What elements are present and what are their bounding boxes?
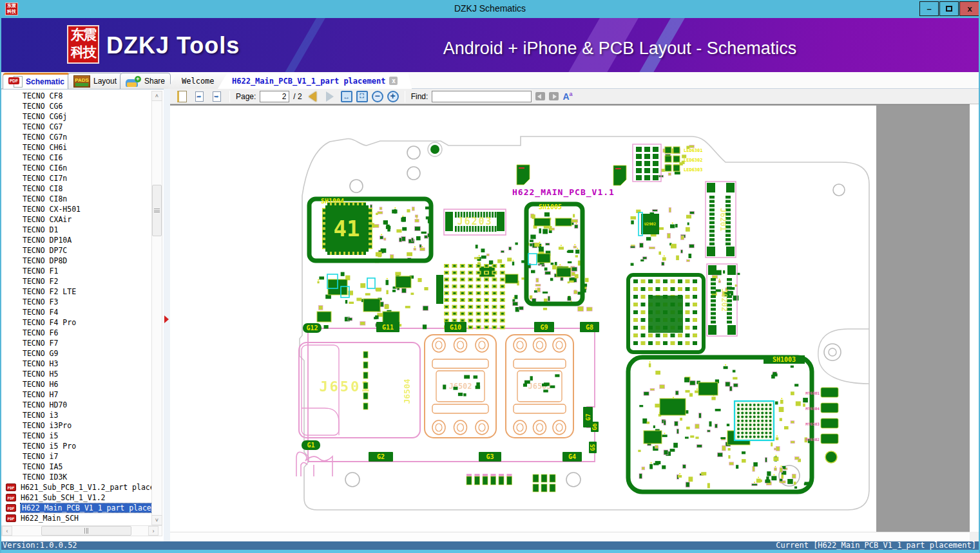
page-number-input[interactable]: [260, 91, 289, 102]
sidebar-vscrollbar[interactable]: [151, 91, 162, 525]
sidebar-item-model[interactable]: TECNO CF8: [1, 91, 151, 101]
sidebar-item-model[interactable]: TECNO i3: [1, 410, 151, 420]
sidebar-item-model[interactable]: TECNO D1: [1, 225, 151, 235]
sidebar-item-model[interactable]: TECNO CG7: [1, 122, 151, 132]
brand-logo: 东震 科技: [67, 25, 99, 64]
sidebar-item-model[interactable]: TECNO CI8n: [1, 194, 151, 204]
pcb-drawing: SH100441J6203SH1005LED6301LED6302LED6303…: [296, 136, 869, 510]
sidebar-item-model[interactable]: TECNO F7: [1, 338, 151, 348]
pdf-page[interactable]: SH100441J6203SH1005LED6301LED6302LED6303…: [170, 106, 876, 532]
sidebar-item-model[interactable]: TECNO HD70: [1, 400, 151, 410]
zoom-in-button[interactable]: +: [387, 91, 399, 102]
sidebar-item-model[interactable]: TECNO IA5: [1, 462, 151, 472]
component: [537, 254, 550, 263]
sidebar-item-model[interactable]: TECNO H6: [1, 379, 151, 389]
close-button[interactable]: x: [959, 1, 980, 16]
sidebar-item-model[interactable]: TECNO CI7n: [1, 173, 151, 183]
model-list: TECNO CF8TECNO CG6TECNO CG6jTECNO CG7TEC…: [1, 91, 151, 525]
pdf-hscrollbar[interactable]: ‹ ›: [170, 532, 970, 541]
tab-share[interactable]: + Share: [120, 73, 171, 89]
sidebar-item-model[interactable]: TECNO i5 Pro: [1, 441, 151, 451]
sidebar-scroll-up-icon[interactable]: ˄: [151, 91, 162, 101]
sidebar-item-model[interactable]: TECNO H5: [1, 369, 151, 379]
sidebar-hscroll-thumb[interactable]: [41, 526, 131, 536]
pdf-vscrollbar[interactable]: ˄ ˅: [970, 104, 979, 532]
single-page-view-button[interactable]: [175, 90, 189, 103]
sidebar-item-model[interactable]: TECNO F1: [1, 266, 151, 276]
component: [698, 382, 718, 395]
sidebar-item-model[interactable]: TECNO CH6i: [1, 142, 151, 153]
test-point: [430, 145, 439, 154]
mounting-hole: [407, 167, 420, 180]
edge-chip: [821, 403, 838, 413]
sidebar-item-pdf[interactable]: PDFH621_Sub_SCH_1_V1.2: [1, 492, 151, 503]
fit-page-button[interactable]: ⛶: [356, 91, 368, 102]
sidebar-scroll-right-icon[interactable]: ›: [148, 526, 159, 536]
led-label: LED6302: [684, 158, 703, 163]
sidebar-item-model[interactable]: TECNO CG7n: [1, 132, 151, 142]
zoom-out-button[interactable]: −: [372, 91, 383, 102]
rotate-right-button[interactable]: [210, 90, 224, 103]
next-page-button[interactable]: [323, 90, 337, 103]
sidebar-item-model[interactable]: TECNO CI8: [1, 183, 151, 194]
sidebar-item-model[interactable]: TECNO CXAir: [1, 214, 151, 225]
sidebar-item-model[interactable]: TECNO F4 Pro: [1, 317, 151, 328]
share-icon: +: [126, 76, 141, 87]
sidebar-item-model[interactable]: TECNO F2 LTE: [1, 286, 151, 297]
sidebar-item-model[interactable]: TECNO F2: [1, 276, 151, 286]
svg-text:SH1003: SH1003: [773, 356, 796, 363]
edge-chip-label: MT6503: [805, 422, 820, 426]
sidebar-item-model[interactable]: TECNO CG6: [1, 101, 151, 111]
previous-page-button[interactable]: [306, 90, 320, 103]
find-next-icon[interactable]: [549, 92, 559, 100]
doc-tab-h622[interactable]: H622_Main_PCB_V1_1_part placement x: [218, 73, 412, 89]
sidebar-item-pdf-label: H622_Main_SCH: [21, 514, 79, 523]
component: [383, 312, 399, 323]
minimize-button[interactable]: –: [919, 1, 939, 16]
match-case-icon[interactable]: Aa: [562, 91, 572, 102]
tab-schematic[interactable]: PDF Schematic: [3, 73, 70, 89]
sidebar-item-pdf[interactable]: PDFH622_Main_PCB_V1_1_part placement: [1, 503, 151, 513]
pdf-viewport[interactable]: SH100441J6203SH1005LED6301LED6302LED6303…: [170, 104, 970, 532]
sidebar-item-model[interactable]: TECNO DP10A: [1, 235, 151, 245]
title-bar[interactable]: 东震科技 DZKJ Schematics – x: [1, 0, 979, 18]
brand-logo-line1: 东震: [68, 26, 98, 44]
sidebar-item-model[interactable]: TECNO i3Pro: [1, 420, 151, 431]
pdf-file-icon: PDF: [6, 494, 16, 501]
sidebar-scroll-down-icon[interactable]: ˅: [151, 515, 162, 525]
sidebar-vscroll-thumb[interactable]: [152, 185, 162, 236]
sidebar-item-model[interactable]: TECNO DP7C: [1, 245, 151, 256]
sidebar-item-model[interactable]: TECNO CI6: [1, 153, 151, 163]
sidebar-item-pdf[interactable]: PDFH622_Main_SCH: [1, 513, 151, 523]
sidebar-item-model[interactable]: TECNO i7: [1, 451, 151, 462]
tab-share-label: Share: [144, 77, 165, 86]
rotate-left-button[interactable]: [193, 90, 206, 103]
tab-layout[interactable]: PADS Layout: [68, 73, 122, 89]
sidebar-item-model[interactable]: TECNO G9: [1, 348, 151, 359]
sidebar-item-model[interactable]: TECNO H7: [1, 389, 151, 400]
sidebar-item-model[interactable]: TECNO CG6j: [1, 111, 151, 122]
component: [363, 299, 380, 312]
sidebar-item-model[interactable]: TECNO DP8D: [1, 256, 151, 266]
sidebar-item-model[interactable]: TECNO i5: [1, 431, 151, 441]
panel-splitter[interactable]: [164, 89, 170, 541]
find-previous-icon[interactable]: [535, 92, 545, 100]
sidebar-item-model[interactable]: TECNO H3: [1, 359, 151, 369]
sidebar-item-model[interactable]: TECNO F6: [1, 328, 151, 338]
sidebar-item-model[interactable]: TECNO CX-H501: [1, 204, 151, 214]
splitter-collapse-icon[interactable]: [164, 315, 169, 323]
header-banner: 东震 科技 DZKJ Tools Android + iPhone & PCB …: [1, 18, 979, 72]
sidebar-item-model[interactable]: TECNO F3: [1, 297, 151, 307]
sidebar-item-model[interactable]: TECNO ID3K: [1, 472, 151, 482]
sidebar-item-model[interactable]: TECNO F4: [1, 307, 151, 317]
svg-text:J6202: J6202: [720, 288, 729, 312]
sidebar-scroll-left-icon[interactable]: ‹: [2, 526, 12, 536]
maximize-button[interactable]: [939, 1, 959, 16]
doc-tab-close-icon[interactable]: x: [389, 77, 398, 85]
find-input[interactable]: [432, 91, 532, 102]
sidebar-item-pdf[interactable]: PDFH621_Sub_PCB_1_V1.2_part placement: [1, 482, 151, 492]
pcb-canvas[interactable]: SH100441J6203SH1005LED6301LED6302LED6303…: [170, 106, 876, 532]
sidebar-item-model[interactable]: TECNO CI6n: [1, 163, 151, 173]
fit-width-button[interactable]: ↔: [341, 91, 352, 102]
svg-text:41: 41: [334, 216, 360, 241]
